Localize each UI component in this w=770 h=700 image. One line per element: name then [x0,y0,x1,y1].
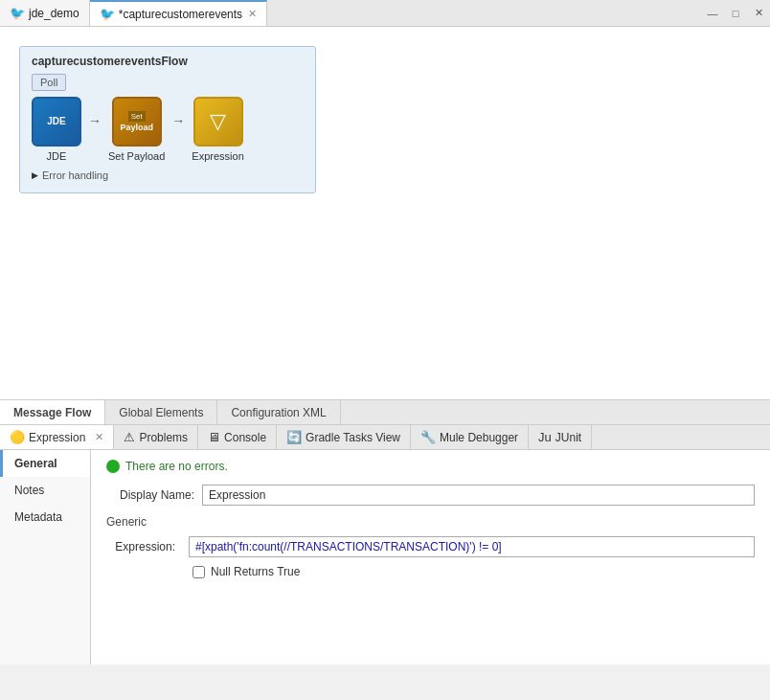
tab-close-capture[interactable]: ✕ [248,8,257,20]
expression-label: Expression: [106,540,183,553]
tab-label-capture: *capturecustomerevents [119,8,242,21]
null-returns-true-row: Null Returns True [192,565,755,578]
panel-tab-expression[interactable]: 🟡 Expression ✕ [0,425,114,449]
junit-tab-label: JUnit [555,431,581,444]
mule-debugger-tab-label: Mule Debugger [440,431,518,444]
generic-section: Generic Expression: Null Returns True [106,515,755,578]
panel-section: 🟡 Expression ✕ ⚠ Problems 🖥 Console 🔄 Gr… [0,425,770,665]
arrow-1: → [81,113,108,146]
flow-canvas: capturecustomereventsFlow Poll JDE JDE →… [0,27,770,213]
panel-tabs: 🟡 Expression ✕ ⚠ Problems 🖥 Console 🔄 Gr… [0,425,770,450]
null-returns-true-label: Null Returns True [211,565,300,578]
flow-nodes: JDE JDE → Set Payload Set Payload → [32,97,304,162]
console-tab-label: Console [224,431,266,444]
set-payload-node-label: Set Payload [108,150,165,162]
close-button[interactable]: ✕ [747,0,770,27]
flow-container: capturecustomereventsFlow Poll JDE JDE →… [19,46,316,193]
panel-tab-gradle[interactable]: 🔄 Gradle Tasks View [277,425,411,449]
jde-node-box: JDE [32,97,81,147]
tab-jde-demo[interactable]: 🐦 jde_demo [0,0,90,26]
set-payload-icon: Set Payload [120,111,153,132]
tab-label-jde: jde_demo [29,7,79,20]
expression-tab-close[interactable]: ✕ [95,431,103,443]
tab-capturecustomerevents[interactable]: 🐦 *capturecustomerevents ✕ [90,0,267,26]
expression-row: Expression: [106,536,755,557]
expression-icon: ▽ [210,109,226,134]
expression-tab-label: Expression [29,431,85,444]
jde-node-icon: JDE [47,117,65,126]
console-tab-icon: 🖥 [208,430,220,444]
poll-label: Poll [32,74,66,91]
generic-section-header: Generic [106,515,755,529]
error-handling-triangle: ▶ [32,170,38,180]
sidebar-item-general[interactable]: General [0,450,90,477]
flow-node-jde[interactable]: JDE JDE [32,97,81,162]
set-payload-node-box: Set Payload [112,97,162,147]
expression-node-label: Expression [192,150,243,162]
display-name-input[interactable] [202,485,755,506]
panel-content: General Notes Metadata There are no erro… [0,450,770,665]
editor-tab-configuration-xml[interactable]: Configuration XML [217,400,340,424]
error-handling[interactable]: ▶ Error handling [32,169,304,181]
status-bar: There are no errors. [106,460,755,473]
minimize-button[interactable]: — [701,0,724,27]
window-controls: — □ ✕ [701,0,770,27]
expression-input[interactable] [189,536,755,557]
flow-title: capturecustomereventsFlow [32,55,304,68]
sidebar-item-notes[interactable]: Notes [0,477,90,504]
gradle-tab-icon: 🔄 [286,430,302,444]
editor-tab-global-elements[interactable]: Global Elements [105,400,217,424]
panel-tab-junit[interactable]: Ju JUnit [529,425,592,449]
sidebar-item-metadata[interactable]: Metadata [0,504,90,531]
panel-tab-mule-debugger[interactable]: 🔧 Mule Debugger [411,425,529,449]
flow-node-expression[interactable]: ▽ Expression [192,97,243,162]
flow-node-set-payload[interactable]: Set Payload Set Payload [108,97,165,162]
null-returns-true-checkbox[interactable] [192,566,205,578]
panel-sidebar: General Notes Metadata [0,450,91,665]
editor-tab-message-flow[interactable]: Message Flow [0,400,105,424]
title-bar: 🐦 jde_demo 🐦 *capturecustomerevents ✕ — … [0,0,770,27]
tab-icon-capture: 🐦 [100,7,115,21]
display-name-row: Display Name: [106,485,755,506]
editor-area: capturecustomereventsFlow Poll JDE JDE →… [0,27,770,400]
editor-tabs: Message Flow Global Elements Configurati… [0,400,770,425]
arrow-2: → [165,113,192,146]
status-dot [106,460,120,473]
tab-icon-jde: 🐦 [10,6,25,20]
problems-tab-icon: ⚠ [124,430,135,444]
mule-debugger-tab-icon: 🔧 [420,430,436,444]
gradle-tab-label: Gradle Tasks View [306,431,400,444]
panel-tab-problems[interactable]: ⚠ Problems [114,425,198,449]
expression-tab-icon: 🟡 [10,430,25,444]
expression-node-box: ▽ [193,97,243,147]
display-name-label: Display Name: [106,488,202,502]
error-handling-label: Error handling [42,169,108,181]
panel-main: There are no errors. Display Name: Gener… [91,450,770,665]
problems-tab-label: Problems [139,431,188,444]
status-message: There are no errors. [125,460,228,473]
panel-tab-console[interactable]: 🖥 Console [198,425,277,449]
jde-node-label: JDE [47,150,67,162]
maximize-button[interactable]: □ [724,0,747,27]
junit-tab-icon: Ju [538,430,552,444]
